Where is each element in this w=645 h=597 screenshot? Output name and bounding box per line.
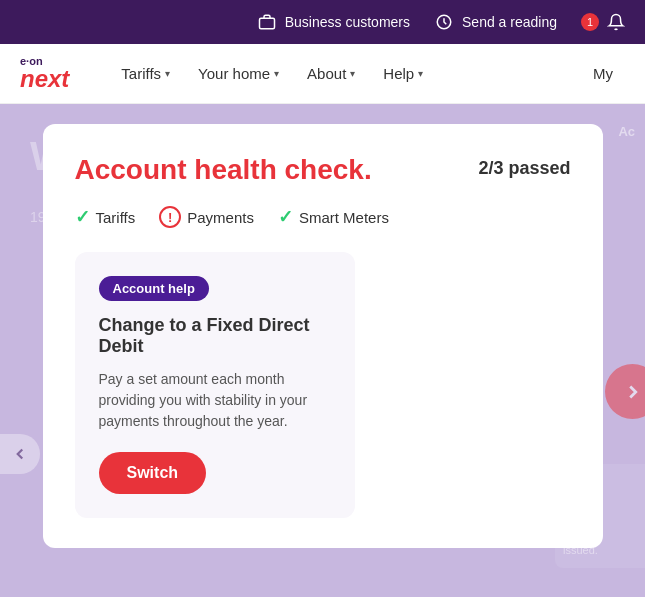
card-title: Change to a Fixed Direct Debit <box>99 315 331 357</box>
logo[interactable]: e·on next <box>20 56 69 91</box>
notification-button[interactable]: 1 <box>581 13 625 31</box>
account-health-modal: Account health check. 2/3 passed ✓ Tarif… <box>43 124 603 548</box>
chevron-down-icon: ▾ <box>350 68 355 79</box>
notification-badge: 1 <box>581 13 599 31</box>
chevron-down-icon: ▾ <box>274 68 279 79</box>
passed-count: 2/3 passed <box>478 158 570 179</box>
chevron-down-icon: ▾ <box>165 68 170 79</box>
chevron-down-icon: ▾ <box>418 68 423 79</box>
send-reading-label: Send a reading <box>462 14 557 30</box>
nav-item-help[interactable]: Help ▾ <box>371 57 435 90</box>
logo-next: next <box>20 67 69 91</box>
nav-item-tariffs[interactable]: Tariffs ▾ <box>109 57 182 90</box>
nav-items: Tariffs ▾ Your home ▾ About ▾ Help ▾ My <box>109 57 625 90</box>
modal-overlay: Account health check. 2/3 passed ✓ Tarif… <box>0 104 645 597</box>
status-smart-meters-label: Smart Meters <box>299 209 389 226</box>
nav-item-your-home[interactable]: Your home ▾ <box>186 57 291 90</box>
nav-item-about[interactable]: About ▾ <box>295 57 367 90</box>
card-description: Pay a set amount each month providing yo… <box>99 369 331 432</box>
status-payments-label: Payments <box>187 209 254 226</box>
account-help-card: Account help Change to a Fixed Direct De… <box>75 252 355 518</box>
check-icon: ✓ <box>278 206 293 228</box>
status-smart-meters: ✓ Smart Meters <box>278 206 389 228</box>
business-customers-label: Business customers <box>285 14 410 30</box>
check-icon: ✓ <box>75 206 90 228</box>
svg-rect-0 <box>259 18 274 29</box>
warning-icon: ! <box>159 206 181 228</box>
nav-bar: e·on next Tariffs ▾ Your home ▾ About ▾ … <box>0 44 645 104</box>
status-items: ✓ Tariffs ! Payments ✓ Smart Meters <box>75 206 571 228</box>
send-reading-link[interactable]: Send a reading <box>434 12 557 32</box>
briefcase-icon <box>257 12 277 32</box>
status-payments: ! Payments <box>159 206 254 228</box>
modal-title: Account health check. <box>75 154 372 186</box>
modal-header: Account health check. 2/3 passed <box>75 154 571 186</box>
top-bar: Business customers Send a reading 1 <box>0 0 645 44</box>
meter-icon <box>434 12 454 32</box>
nav-item-my[interactable]: My <box>581 57 625 90</box>
status-tariffs: ✓ Tariffs <box>75 206 136 228</box>
switch-button[interactable]: Switch <box>99 452 207 494</box>
status-tariffs-label: Tariffs <box>96 209 136 226</box>
card-badge: Account help <box>99 276 209 301</box>
business-customers-link[interactable]: Business customers <box>257 12 410 32</box>
